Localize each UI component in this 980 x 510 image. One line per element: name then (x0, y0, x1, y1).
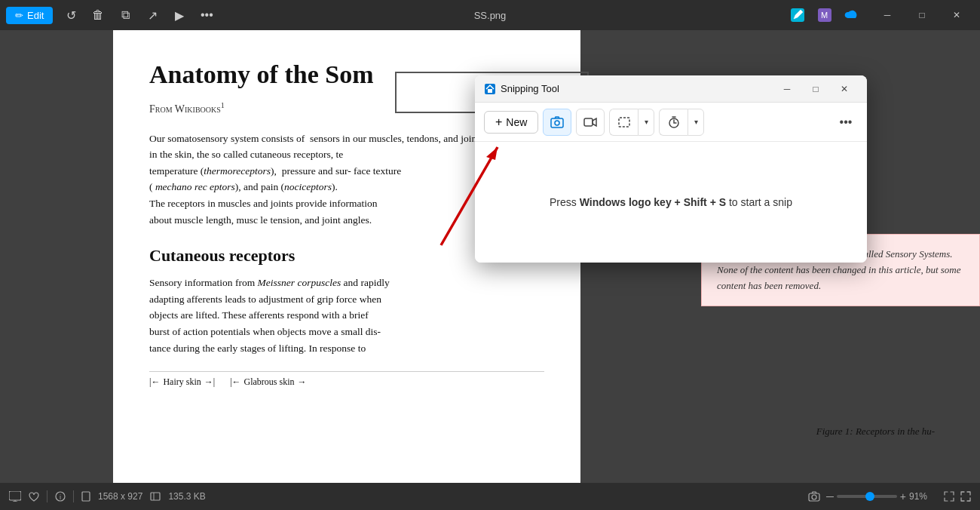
snipping-tool-icon (484, 83, 496, 95)
status-divider-1 (47, 490, 47, 502)
svg-rect-12 (9, 491, 21, 500)
edit-button[interactable]: ✏ Edit (6, 7, 53, 24)
snipping-toolbar: + New (475, 103, 867, 142)
fullscreen-button[interactable] (960, 491, 971, 502)
cloud-icon[interactable] (840, 3, 864, 27)
zoom-slider[interactable] (837, 495, 897, 498)
minimize-button[interactable]: ─ (870, 3, 905, 27)
status-dimensions: 1568 x 927 (98, 491, 142, 502)
status-display-icon (9, 491, 21, 502)
plus-icon: + (495, 115, 502, 129)
snipping-close-button[interactable]: ✕ (831, 78, 858, 100)
video-record-button[interactable] (576, 109, 605, 136)
edit-icon: ✏ (15, 10, 23, 21)
statusbar-right: ─ + 91% (808, 490, 971, 502)
snipping-window-controls: ─ □ ✕ (773, 78, 858, 100)
window-title: SS.png (474, 10, 507, 21)
zoom-control: ─ + 91% (826, 490, 938, 502)
svg-rect-15 (82, 492, 90, 501)
snipping-minimize-button[interactable]: ─ (773, 78, 801, 100)
duplicate-button[interactable]: ⧉ (113, 3, 137, 27)
svg-rect-9 (584, 118, 593, 126)
svg-text:M: M (821, 11, 828, 20)
pen-icon[interactable] (786, 3, 810, 27)
snipping-tool-title: Snipping Tool (501, 83, 773, 94)
trash-button[interactable]: 🗑 (86, 3, 110, 27)
close-button[interactable]: ✕ (939, 3, 974, 27)
snip-mode-group: ▾ (609, 109, 654, 136)
svg-rect-10 (619, 118, 629, 127)
titlebar: ✏ Edit ↺ 🗑 ⧉ ↗ ▶ ••• SS.png M ─ □ ✕ (0, 0, 980, 30)
svg-point-19 (812, 495, 816, 499)
status-info-icon[interactable]: i (55, 491, 66, 502)
video-button[interactable]: ▶ (167, 3, 191, 27)
svg-rect-6 (488, 89, 492, 93)
status-divider-2 (73, 490, 74, 502)
svg-rect-7 (551, 118, 563, 128)
footnote-1: 1 (221, 101, 225, 109)
svg-text:i: i (60, 493, 61, 501)
more-button[interactable]: ••• (194, 3, 219, 27)
snipping-more-button[interactable]: ••• (834, 110, 858, 134)
status-heart-icon[interactable] (29, 492, 39, 502)
zoom-in-button[interactable]: + (900, 490, 906, 502)
share-button[interactable]: ↗ (140, 3, 164, 27)
timer-button[interactable] (659, 109, 688, 136)
zoom-percent: 91% (909, 491, 938, 502)
snipping-titlebar: Snipping Tool ─ □ ✕ (475, 75, 867, 103)
statusbar: i 1568 x 927 135.3 KB ─ + 91% (0, 483, 980, 510)
snip-mode-dropdown[interactable]: ▾ (638, 109, 654, 136)
hairy-skin-label: |← Hairy skin →| (149, 376, 215, 388)
new-snip-button[interactable]: + New (484, 111, 538, 134)
skin-type-labels: |← Hairy skin →| |← Glabrous skin → (149, 371, 544, 388)
timer-group: ▾ (659, 109, 704, 136)
zoom-thumb (865, 492, 874, 501)
keyboard-shortcut: Windows logo key + Shift + S (580, 196, 726, 208)
timer-dropdown[interactable]: ▾ (688, 109, 704, 136)
status-file-size: 135.3 KB (168, 491, 205, 502)
main-area: Anatomy of the Som From Wikibooks1 Our s… (0, 30, 980, 510)
svg-point-8 (555, 121, 559, 125)
svg-rect-16 (151, 493, 160, 500)
figure-caption: Figure 1: Receptors in the hu- (816, 426, 935, 438)
glabrous-skin-label: |← Glabrous skin → (230, 376, 306, 388)
status-camera-icon[interactable] (808, 491, 820, 502)
undo-button[interactable]: ↺ (59, 3, 83, 27)
snipping-tool-window: Snipping Tool ─ □ ✕ + New (475, 75, 867, 263)
status-file-icon-2 (150, 492, 161, 501)
snipping-instruction: Press Windows logo key + Shift + S to st… (550, 194, 792, 210)
snipping-content-area: Press Windows logo key + Shift + S to st… (475, 142, 867, 263)
document-body-2: Sensory information from Meissner corpus… (149, 275, 544, 356)
status-file-icon (81, 491, 90, 502)
rectangle-snip-button[interactable] (609, 109, 638, 136)
zoom-out-button[interactable]: ─ (826, 490, 834, 502)
screenshot-button[interactable] (543, 109, 571, 136)
titlebar-right: M (786, 3, 864, 27)
toolbar-tools: ↺ 🗑 ⧉ ↗ ▶ ••• (59, 3, 219, 27)
snipping-maximize-button[interactable]: □ (802, 78, 829, 100)
maximize-button[interactable]: □ (905, 3, 939, 27)
purple-icon[interactable]: M (813, 3, 837, 27)
window-controls: ─ □ ✕ (870, 3, 974, 27)
expand-button[interactable] (944, 491, 954, 502)
new-label: New (506, 116, 527, 128)
